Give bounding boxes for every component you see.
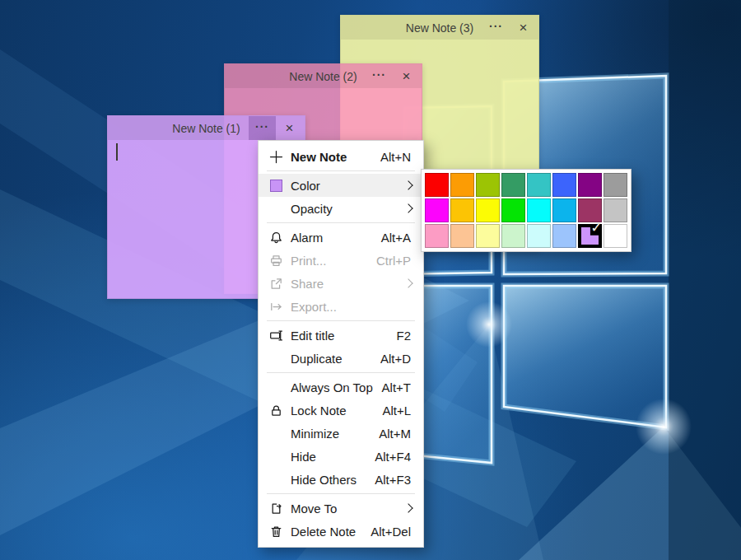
color-swatch[interactable]: [425, 173, 449, 197]
plus-icon: [265, 150, 287, 164]
note-close-button[interactable]: ×: [510, 16, 537, 40]
color-swatch-grid: ✓: [425, 173, 627, 248]
color-swatch[interactable]: [527, 173, 551, 197]
trash-icon: [265, 525, 287, 539]
color-swatch-icon: [270, 180, 282, 192]
color-swatch[interactable]: [578, 173, 602, 197]
wallpaper-dark-band: [669, 0, 741, 560]
menu-item-always-on-top[interactable]: Always On TopAlt+T: [259, 376, 423, 399]
menu-shortcut: Alt+T: [382, 380, 415, 394]
menu-item-label: Minimize: [291, 427, 379, 441]
menu-item-label: Alarm: [291, 231, 381, 245]
menu-item-label: Export...: [291, 300, 415, 314]
bell-icon: [265, 231, 287, 245]
menu-item-label: New Note: [291, 150, 380, 164]
color-swatch[interactable]: [527, 224, 551, 248]
menu-item-new-note[interactable]: New NoteAlt+N: [259, 145, 423, 168]
menu-shortcut: Alt+F4: [375, 450, 415, 464]
menu-item-label: Print...: [291, 254, 376, 268]
chevron-right-icon: [403, 180, 412, 189]
note-menu-button[interactable]: ···: [366, 64, 393, 88]
menu-item-export: Export...: [259, 295, 423, 318]
desktop: New Note (3) ··· × New Note (2) ··· × Ne…: [0, 0, 741, 560]
menu-shortcut: Alt+L: [382, 404, 415, 418]
color-swatch[interactable]: [578, 198, 602, 222]
color-swatch[interactable]: [552, 198, 576, 222]
chevron-right-icon: [403, 278, 412, 287]
menu-item-duplicate[interactable]: DuplicateAlt+D: [259, 347, 423, 370]
menu-item-label: Share: [291, 277, 405, 291]
color-swatch[interactable]: [501, 173, 525, 197]
color-swatch[interactable]: [501, 198, 525, 222]
menu-separator: [267, 222, 415, 223]
color-swatch[interactable]: [552, 173, 576, 197]
color-swatch[interactable]: [476, 224, 500, 248]
color-swatch[interactable]: [604, 198, 627, 222]
menu-item-label: Delete Note: [291, 525, 370, 539]
menu-item-label: Hide Others: [291, 473, 375, 487]
color-swatch[interactable]: [450, 224, 474, 248]
move-icon: [265, 502, 287, 516]
color-swatch[interactable]: [425, 224, 449, 248]
color-swatch[interactable]: [552, 224, 576, 248]
lock-icon: [265, 404, 287, 418]
edit-title-icon: [265, 329, 287, 343]
share-icon: [265, 277, 287, 291]
note-title-bar[interactable]: New Note (3) ··· ×: [341, 16, 538, 40]
menu-item-hide-others[interactable]: Hide OthersAlt+F3: [259, 468, 423, 491]
menu-shortcut: Alt+F3: [375, 473, 415, 487]
menu-item-lock-note[interactable]: Lock NoteAlt+L: [259, 399, 423, 422]
color-swatch[interactable]: [604, 173, 627, 197]
menu-shortcut: Alt+Del: [370, 525, 415, 539]
menu-separator: [267, 320, 415, 321]
menu-item-minimize[interactable]: MinimizeAlt+M: [259, 422, 423, 445]
menu-item-hide[interactable]: HideAlt+F4: [259, 445, 423, 468]
note-menu-button[interactable]: ···: [482, 16, 510, 40]
menu-item-label: Always On Top: [291, 380, 382, 394]
chevron-right-icon: [403, 203, 412, 212]
menu-shortcut: F2: [396, 329, 415, 343]
menu-item-label: Lock Note: [291, 404, 382, 418]
menu-item-label: Edit title: [291, 329, 396, 343]
menu-item-alarm[interactable]: AlarmAlt+A: [259, 226, 423, 249]
menu-shortcut: Alt+N: [380, 150, 415, 164]
menu-item-label: Duplicate: [291, 352, 380, 366]
color-swatch[interactable]: [476, 173, 500, 197]
menu-shortcut: Alt+A: [381, 231, 415, 245]
note-title-bar[interactable]: New Note (1) ··· ×: [108, 116, 305, 140]
menu-item-print: Print...Ctrl+P: [259, 249, 423, 272]
note-menu-button[interactable]: ···: [249, 116, 276, 140]
menu-item-opacity[interactable]: Opacity: [259, 197, 423, 220]
color-swatch[interactable]: [425, 198, 449, 222]
printer-icon: [265, 254, 287, 268]
menu-shortcut: Alt+D: [380, 352, 415, 366]
text-caret: [116, 143, 118, 161]
menu-item-move-to[interactable]: Move To: [259, 497, 423, 520]
color-swatch[interactable]: [450, 173, 474, 197]
checkmark-icon: ✓: [591, 220, 602, 236]
color-swatch-icon: [265, 180, 287, 192]
menu-item-share: Share: [259, 272, 423, 295]
color-swatch[interactable]: [527, 198, 551, 222]
color-swatch[interactable]: [501, 224, 525, 248]
menu-item-delete-note[interactable]: Delete NoteAlt+Del: [259, 520, 423, 543]
note-close-button[interactable]: ×: [276, 116, 303, 140]
menu-separator: [267, 493, 415, 494]
menu-item-color[interactable]: Color: [259, 174, 423, 197]
color-swatch-selected[interactable]: ✓: [578, 224, 602, 248]
chevron-right-icon: [403, 503, 412, 512]
menu-item-label: Move To: [291, 502, 405, 516]
menu-item-label: Color: [291, 179, 405, 193]
menu-separator: [267, 170, 415, 171]
note-context-menu: New NoteAlt+NColorOpacityAlarmAlt+APrint…: [258, 140, 424, 548]
menu-item-edit-title[interactable]: Edit titleF2: [259, 324, 423, 347]
color-swatch[interactable]: [476, 198, 500, 222]
note-title-bar[interactable]: New Note (2) ··· ×: [225, 64, 422, 88]
menu-shortcut: Ctrl+P: [376, 254, 415, 268]
export-icon: [265, 300, 287, 314]
note-close-button[interactable]: ×: [393, 64, 420, 88]
color-swatch[interactable]: [604, 224, 627, 248]
color-swatch[interactable]: [450, 198, 474, 222]
menu-shortcut: Alt+M: [379, 427, 415, 441]
menu-item-label: Hide: [291, 450, 375, 464]
